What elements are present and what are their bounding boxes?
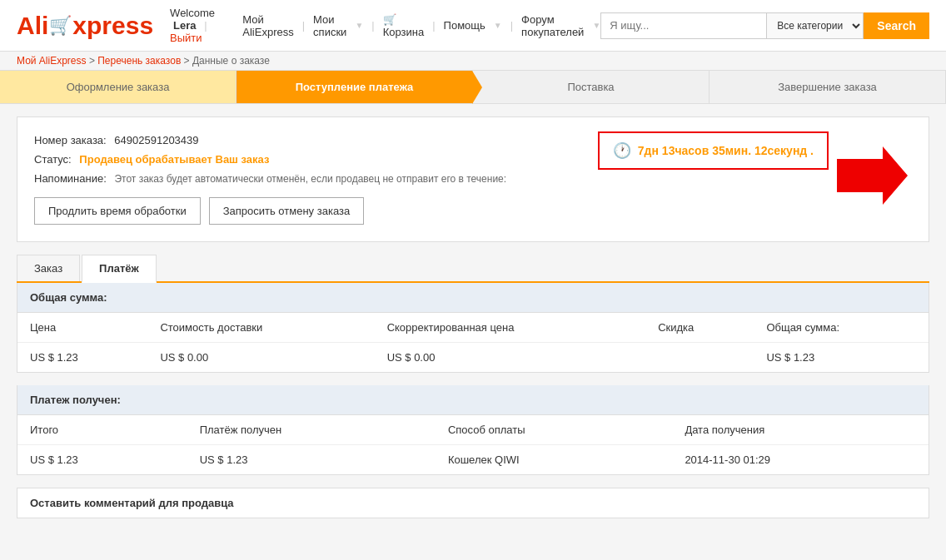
my-aliexpress-link[interactable]: Мой AliExpress <box>242 13 293 38</box>
cell-price: US $ 1.23 <box>17 343 147 373</box>
table-row: US $ 1.23 US $ 1.23 Кошелек QIWI 2014-11… <box>17 445 929 475</box>
payment-table-header-row: Итого Платёж получен Способ оплаты Дата … <box>17 415 929 445</box>
section-divider-2 <box>17 475 929 488</box>
total-section: Общая сумма: Цена Стоимость доставки Ско… <box>17 283 929 373</box>
col-date-received: Дата получения <box>672 415 929 445</box>
payment-table: Итого Платёж получен Способ оплаты Дата … <box>17 415 929 474</box>
cell-total-payment: US $ 1.23 <box>17 445 187 475</box>
cancel-order-button[interactable]: Запросить отмену заказа <box>209 197 364 225</box>
progress-step-2: Поступление платежа <box>236 71 473 103</box>
breadcrumb-order-data: Данные о заказе <box>192 55 270 67</box>
total-table: Цена Стоимость доставки Скорректированна… <box>17 313 929 372</box>
extend-processing-button[interactable]: Продлить время обработки <box>34 197 201 225</box>
comment-section: Оставить комментарий для продавца <box>17 488 929 518</box>
cell-date-received: 2014-11-30 01:29 <box>672 445 929 475</box>
total-section-header: Общая сумма: <box>17 283 929 313</box>
col-discount: Скидка <box>645 313 754 343</box>
col-shipping: Стоимость доставки <box>147 313 374 343</box>
nav-sep-2: | <box>371 19 374 32</box>
breadcrumb-sep-2: > <box>184 55 192 67</box>
red-arrow-decoration <box>837 142 912 211</box>
nav-sep-3: | <box>432 19 435 32</box>
breadcrumb-sep-1: > <box>89 55 97 67</box>
timer-text: 7дн 13часов 35мин. 12секунд . <box>638 144 814 157</box>
cell-shipping: US $ 0.00 <box>147 343 374 373</box>
order-action-buttons: Продлить время обработки Запросить отмен… <box>34 197 912 225</box>
table-row: US $ 1.23 US $ 0.00 US $ 0.00 US $ 1.23 <box>17 343 929 373</box>
search-button[interactable]: Search <box>864 12 929 39</box>
progress-bar: Оформление заказа Поступление платежа По… <box>0 71 946 104</box>
cell-discount <box>645 343 754 373</box>
welcome-label: Welcome <box>170 7 215 19</box>
comment-header: Оставить комментарий для продавца <box>30 497 916 509</box>
category-select[interactable]: Все категории <box>767 12 864 39</box>
tab-order[interactable]: Заказ <box>17 255 80 281</box>
col-payment-received: Платёж получен <box>187 415 436 445</box>
breadcrumb: Мой AliExpress > Перечень заказов > Данн… <box>0 52 946 71</box>
logout-link[interactable]: Выйти <box>170 32 202 44</box>
payment-section: Платеж получен: Итого Платёж получен Спо… <box>17 385 929 475</box>
search-area: Все категории Search <box>600 12 929 39</box>
nav-sep-4: | <box>510 19 513 32</box>
order-number-value: 64902591203439 <box>114 134 198 146</box>
col-total-payment: Итого <box>17 415 187 445</box>
header: Ali 🛒 xpress Welcome Lera | Выйти Мой Al… <box>0 0 946 52</box>
logo[interactable]: Ali 🛒 xpress <box>17 12 153 40</box>
top-navigation: Мой AliExpress | Мои списки ▼ | 🛒 Корзин… <box>242 13 600 38</box>
main-content: Номер заказа: 64902591203439 Статус: Про… <box>0 104 946 531</box>
welcome-area: Welcome Lera | Выйти <box>170 7 242 44</box>
reminder-text: Этот заказ будет автоматически отменён, … <box>114 173 506 185</box>
timer-clock-icon: 🕐 <box>613 141 631 160</box>
payment-section-header: Платеж получен: <box>17 385 929 415</box>
total-table-header-row: Цена Стоимость доставки Скорректированна… <box>17 313 929 343</box>
status-text: Продавец обрабатывает Ваш заказ <box>79 153 269 166</box>
reminder-label: Напоминание: <box>34 172 107 185</box>
cell-payment-method: Кошелек QIWI <box>436 445 673 475</box>
progress-step-3: Поставка <box>473 71 710 103</box>
my-lists-link[interactable]: Мои списки <box>313 13 346 38</box>
order-number-label: Номер заказа: <box>34 134 107 146</box>
username: Lera <box>173 19 196 32</box>
status-label: Статус: <box>34 153 72 166</box>
cell-adjusted: US $ 0.00 <box>375 343 646 373</box>
col-payment-method: Способ оплаты <box>436 415 673 445</box>
help-link[interactable]: Помощь <box>444 19 485 32</box>
tabs: Заказ Платёж <box>17 255 929 283</box>
progress-step-4: Завершение заказа <box>710 71 946 103</box>
col-price: Цена <box>17 313 147 343</box>
breadcrumb-my-aliexpress[interactable]: Мой AliExpress <box>17 55 87 67</box>
progress-step-1: Оформление заказа <box>0 71 236 103</box>
cart-link[interactable]: 🛒 Корзина <box>383 13 425 38</box>
col-adjusted: Скорректированная цена <box>375 313 646 343</box>
cell-payment-received: US $ 1.23 <box>187 445 436 475</box>
nav-sep-1: | <box>302 19 305 32</box>
timer-box: 🕐 7дн 13часов 35мин. 12секунд . <box>598 131 829 170</box>
svg-marker-0 <box>837 146 908 205</box>
logo-ali: Ali <box>17 12 48 40</box>
order-info-box: Номер заказа: 64902591203439 Статус: Про… <box>17 116 929 242</box>
logo-express: xpress <box>72 12 153 40</box>
section-divider <box>17 373 929 385</box>
col-total: Общая сумма: <box>754 313 929 343</box>
reminder-row: Напоминание: Этот заказ будет автоматиче… <box>34 172 912 185</box>
buyer-forum-link[interactable]: Форум покупателей <box>521 13 584 38</box>
cart-icon: 🛒 <box>49 15 72 37</box>
search-input[interactable] <box>600 12 767 39</box>
breadcrumb-orders-list[interactable]: Перечень заказов <box>97 55 181 67</box>
cell-total: US $ 1.23 <box>754 343 929 373</box>
tab-payment[interactable]: Платёж <box>82 255 157 283</box>
